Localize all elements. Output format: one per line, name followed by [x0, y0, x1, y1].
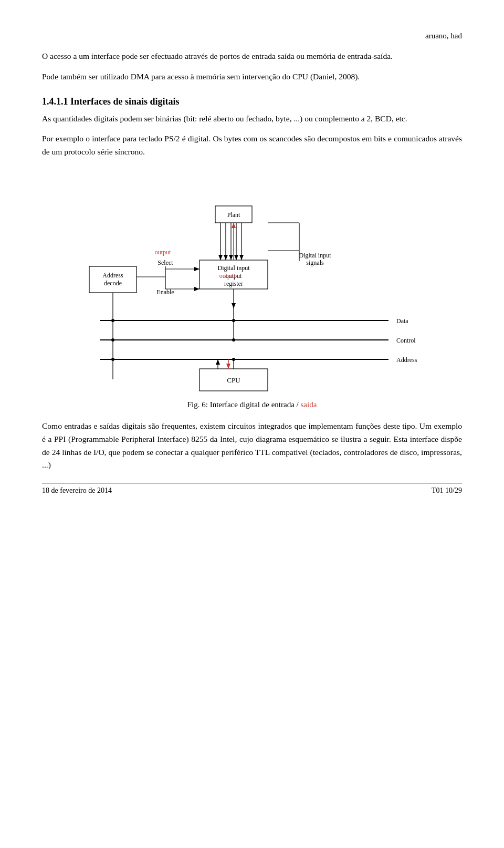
svg-text:decode: decode	[104, 280, 122, 287]
paragraph-2: Pode também ser utilizado DMA para acess…	[42, 70, 462, 84]
page: aruano, had O acesso a um interface pode…	[0, 0, 504, 511]
svg-text:output: output	[219, 272, 236, 280]
svg-text:Plant: Plant	[227, 211, 240, 219]
footer-date: 18 de fevereiro de 2014	[42, 487, 112, 495]
figure-caption: Fig. 6: Interface digital de entrada / s…	[187, 400, 317, 409]
svg-marker-36	[232, 223, 236, 228]
svg-marker-19	[224, 255, 228, 260]
paragraph-3: As quantidades digitais podem ser binári…	[42, 112, 462, 126]
svg-marker-32	[194, 267, 200, 271]
svg-text:Digital input: Digital input	[299, 252, 332, 259]
svg-point-62	[232, 338, 235, 342]
svg-marker-21	[229, 255, 233, 260]
section-title: 1.4.1.1 Interfaces de sinais digitais	[42, 96, 462, 107]
svg-point-59	[111, 338, 114, 342]
diagram-svg: Address decode Select output Enable Digi…	[74, 174, 430, 395]
footer-page: T01 10/29	[432, 487, 462, 495]
paragraph-4: Por exemplo o interface para teclado PS/…	[42, 132, 462, 159]
svg-point-58	[111, 319, 114, 322]
svg-text:Address: Address	[102, 272, 123, 279]
figure-area: Address decode Select output Enable Digi…	[42, 174, 462, 409]
paragraph-1: O acesso a um interface pode ser efectua…	[42, 50, 462, 63]
svg-text:Select: Select	[158, 259, 173, 266]
svg-marker-55	[226, 364, 230, 369]
svg-marker-23	[234, 255, 238, 260]
svg-text:Enable: Enable	[156, 288, 174, 296]
svg-text:register: register	[224, 280, 243, 287]
svg-text:Address: Address	[396, 356, 417, 364]
svg-text:Control: Control	[396, 337, 416, 344]
header-text: aruano, had	[425, 32, 462, 40]
svg-marker-25	[239, 255, 244, 260]
svg-text:signals: signals	[306, 259, 324, 266]
svg-marker-17	[218, 255, 223, 260]
svg-marker-34	[194, 287, 200, 291]
header-right: aruano, had	[42, 32, 462, 40]
svg-marker-38	[232, 303, 236, 308]
paragraph-5: Como entradas e saídas digitais são freq…	[42, 420, 462, 472]
svg-point-61	[232, 319, 235, 322]
svg-point-63	[232, 358, 235, 361]
svg-text:CPU: CPU	[227, 376, 240, 384]
svg-marker-53	[216, 359, 220, 365]
footer: 18 de fevereiro de 2014 T01 10/29	[42, 483, 462, 495]
svg-text:output: output	[155, 249, 171, 256]
svg-point-60	[111, 358, 114, 361]
svg-text:Digital input: Digital input	[218, 264, 250, 272]
svg-text:Data: Data	[396, 317, 408, 325]
